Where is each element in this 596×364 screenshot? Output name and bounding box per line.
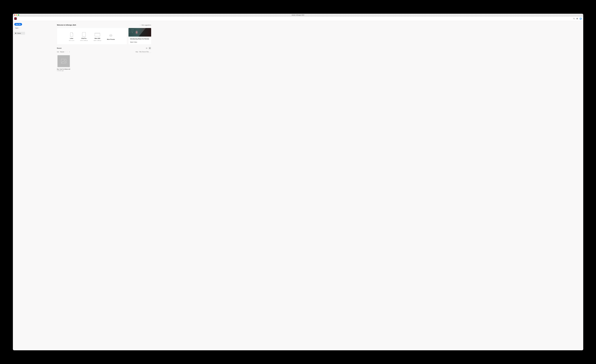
svg-point-11 xyxy=(111,35,111,36)
svg-rect-7 xyxy=(95,33,100,36)
recent-heading: Recent xyxy=(57,47,61,49)
sort-direction-button[interactable] xyxy=(68,51,70,53)
window-close-button[interactable] xyxy=(14,15,15,16)
account-avatar[interactable] xyxy=(580,17,582,20)
window-zoom-button[interactable] xyxy=(18,15,19,16)
svg-point-17 xyxy=(146,48,146,48)
promo-thumbnail: C U R Y S A L I S xyxy=(128,28,151,37)
search-icon xyxy=(573,18,575,20)
filter-input[interactable] xyxy=(139,51,151,53)
image-placeholder-icon xyxy=(61,59,66,64)
sidebar: New file Open Home xyxy=(13,21,26,350)
welcome-title: Welcome to InDesign, Beth xyxy=(57,24,76,26)
page-icon xyxy=(70,32,73,37)
whats-new-button[interactable] xyxy=(576,17,579,20)
svg-line-1 xyxy=(574,19,575,19)
file-name: Bus. Card Cut Marks.indl xyxy=(57,68,70,70)
svg-rect-21 xyxy=(149,48,150,49)
promo-thumb-text: C U R Y S A L I S xyxy=(129,29,134,33)
more-icon xyxy=(110,34,112,37)
svg-point-0 xyxy=(574,18,574,19)
svg-point-10 xyxy=(110,35,110,36)
chevron-down-icon xyxy=(65,51,66,52)
hide-suggestions-label: Hide suggestions xyxy=(142,24,151,26)
preset-web-1920[interactable]: Web 1920 1920 x 1080 px xyxy=(94,32,101,41)
file-card[interactable]: Bus. Card Cut Marks.indl 5 minutes ago xyxy=(57,55,70,71)
hide-suggestions-toggle[interactable]: Hide suggestions xyxy=(140,24,151,26)
nav-home-label: Home xyxy=(17,33,21,34)
app-logo-text: Id xyxy=(15,18,16,19)
app-window: Adobe InDesign 2022 Id New file Open xyxy=(13,14,583,350)
view-toggle xyxy=(145,47,151,50)
arrow-down-icon xyxy=(69,51,70,52)
title-bar: Adobe InDesign 2022 xyxy=(13,14,583,16)
presets-panel: Letter 8.5 x 11 in iPad Pro 2732 x 2048 … xyxy=(57,28,127,45)
top-bar: Id xyxy=(13,16,583,21)
svg-rect-22 xyxy=(150,48,150,49)
sort-label: Sort xyxy=(57,51,59,52)
preset-label: Letter xyxy=(70,38,73,39)
svg-rect-19 xyxy=(149,48,150,48)
preset-dims: 1920 x 1080 px xyxy=(94,40,101,41)
preset-dims: 8.5 x 11 in xyxy=(69,40,74,41)
sort-dropdown[interactable]: Recent xyxy=(60,51,66,52)
grid-icon xyxy=(149,47,150,49)
svg-rect-20 xyxy=(150,48,150,48)
chevron-up-icon xyxy=(140,24,141,26)
preset-label: Web 1920 xyxy=(95,38,100,39)
promo-watch-video-link[interactable]: Watch Video xyxy=(130,41,149,43)
promo-title: Introducing Share for Review xyxy=(130,38,149,40)
preset-dims: 2732 x 2048 px xyxy=(80,40,88,41)
preset-more[interactable]: More Presets xyxy=(107,33,115,40)
open-button[interactable]: Open xyxy=(15,27,25,29)
view-list-button[interactable] xyxy=(145,47,148,50)
promo-card[interactable]: C U R Y S A L I S Introducing Share for … xyxy=(128,28,151,45)
preset-label: iPad Pro xyxy=(82,38,87,39)
tablet-icon xyxy=(82,32,86,37)
svg-point-6 xyxy=(84,36,84,37)
view-grid-button[interactable] xyxy=(149,47,151,50)
preset-ipad-pro[interactable]: iPad Pro 2732 x 2048 px xyxy=(80,32,88,41)
filter-label: Filter xyxy=(135,51,138,52)
file-thumbnail xyxy=(57,55,70,67)
new-file-button[interactable]: New file xyxy=(14,23,22,26)
recent-files-grid: Bus. Card Cut Marks.indl 5 minutes ago xyxy=(57,55,151,71)
nav-home[interactable]: Home xyxy=(14,32,25,35)
search-button[interactable] xyxy=(573,17,576,20)
gift-icon xyxy=(576,18,578,19)
window-minimize-button[interactable] xyxy=(16,15,17,16)
home-icon xyxy=(15,33,16,34)
sort-value: Recent xyxy=(60,51,64,52)
list-icon xyxy=(146,47,148,49)
svg-point-12 xyxy=(111,35,112,36)
preset-letter[interactable]: Letter 8.5 x 11 in xyxy=(69,32,74,41)
svg-point-24 xyxy=(64,60,65,61)
preset-label: More Presets xyxy=(107,39,115,40)
browser-icon xyxy=(95,33,100,36)
file-time: 5 minutes ago xyxy=(57,70,70,71)
app-logo: Id xyxy=(14,17,17,20)
window-title: Adobe InDesign 2022 xyxy=(292,14,304,16)
main-area: Welcome to InDesign, Beth Hide suggestio… xyxy=(26,21,583,350)
